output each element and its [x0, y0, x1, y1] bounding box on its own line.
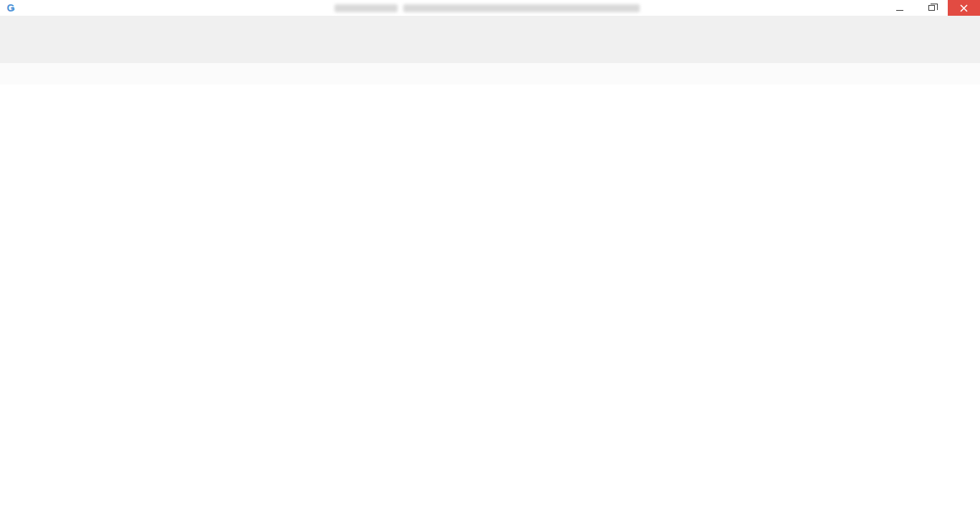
menu-bar: [0, 16, 980, 32]
window-title: [0, 0, 980, 16]
tab-bar: [0, 63, 980, 85]
events-sheet: [0, 85, 980, 505]
close-icon: [960, 4, 968, 12]
gdevelop-logo-icon: Ǥ: [3, 1, 19, 15]
toolbar: [0, 32, 980, 63]
close-button[interactable]: [948, 0, 980, 16]
title-bar: Ǥ: [0, 0, 980, 16]
redacted-title-block: [403, 4, 640, 12]
minimize-button[interactable]: [883, 0, 916, 16]
restore-button[interactable]: [916, 0, 948, 16]
minimize-icon: [896, 10, 903, 11]
redacted-title-block: [335, 4, 398, 12]
restore-icon: [928, 5, 935, 11]
